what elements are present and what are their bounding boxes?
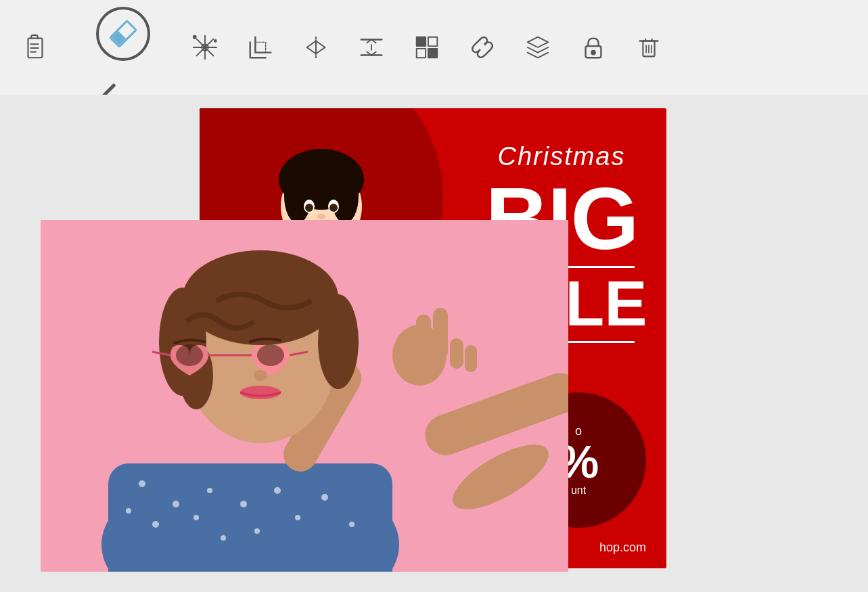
svg-rect-18	[417, 37, 426, 46]
svg-point-41	[317, 214, 325, 219]
toolbar	[0, 0, 868, 95]
svg-point-54	[295, 515, 300, 520]
svg-point-71	[318, 294, 359, 389]
lock-button[interactable]	[579, 33, 608, 62]
eraser-icon	[109, 20, 137, 48]
svg-point-45	[139, 480, 145, 487]
svg-marker-13	[307, 41, 316, 53]
magnifier-circle	[96, 7, 150, 61]
svg-rect-11	[255, 42, 265, 52]
layers-button[interactable]	[524, 33, 552, 62]
crop-button[interactable]	[246, 33, 275, 62]
svg-rect-62	[416, 315, 431, 362]
svg-point-76	[176, 344, 203, 366]
svg-point-57	[221, 535, 226, 541]
flip-h-button[interactable]	[302, 33, 330, 62]
link-button[interactable]	[468, 33, 497, 62]
svg-point-46	[173, 501, 179, 507]
svg-point-56	[349, 522, 355, 527]
svg-point-52	[254, 528, 260, 534]
svg-point-53	[274, 487, 281, 494]
svg-rect-20	[417, 49, 426, 58]
banner-christmas-text: Christmas	[470, 142, 653, 171]
compress-button[interactable]	[357, 33, 386, 62]
svg-point-39	[305, 204, 313, 212]
svg-rect-65	[465, 345, 477, 372]
svg-point-48	[207, 488, 212, 493]
svg-marker-22	[528, 37, 549, 47]
svg-point-24	[591, 51, 595, 55]
delete-button[interactable]	[635, 33, 663, 62]
svg-point-50	[240, 501, 247, 507]
svg-point-35	[284, 169, 311, 223]
svg-point-55	[321, 494, 328, 501]
sparkle-button[interactable]	[191, 33, 219, 62]
svg-rect-44	[108, 463, 392, 572]
svg-point-47	[152, 521, 159, 528]
front-person-svg	[41, 220, 568, 572]
svg-point-77	[257, 344, 284, 366]
svg-point-9	[193, 36, 196, 39]
eraser-search-button[interactable]	[76, 3, 164, 91]
canvas-area: Christmas BIG SALE o % unt hop.com	[0, 95, 868, 592]
svg-point-40	[329, 204, 338, 212]
pattern-button[interactable]	[413, 33, 441, 62]
svg-rect-64	[450, 338, 463, 369]
svg-rect-19	[428, 37, 437, 46]
svg-point-78	[254, 370, 267, 381]
front-person-image[interactable]	[41, 220, 568, 572]
banner-url: hop.com	[599, 541, 646, 555]
svg-point-49	[193, 515, 199, 520]
svg-point-36	[332, 169, 359, 223]
svg-rect-63	[433, 308, 448, 359]
svg-point-10	[214, 40, 216, 42]
banner-discount-label: unt	[571, 484, 586, 497]
svg-rect-21	[428, 49, 437, 58]
svg-marker-14	[316, 41, 325, 53]
svg-point-79	[240, 386, 281, 399]
svg-point-51	[126, 508, 131, 514]
clipboard-button[interactable]	[20, 33, 49, 62]
